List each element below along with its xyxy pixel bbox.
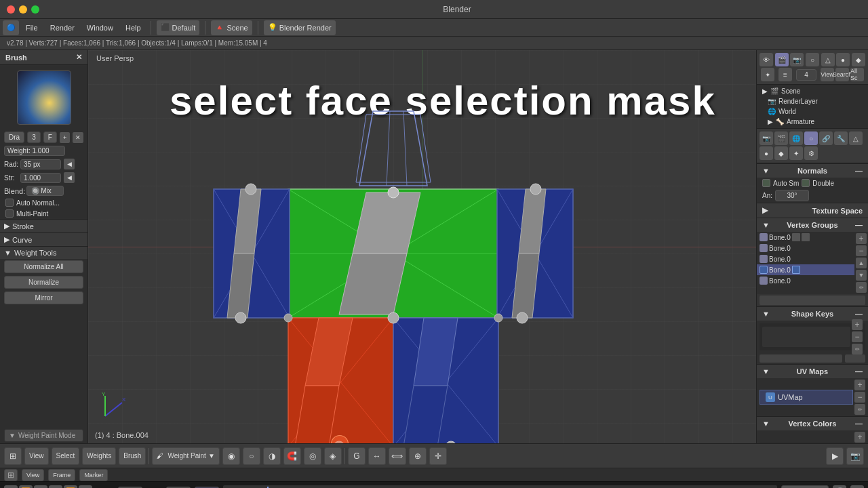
mesh-icon-btn[interactable]: △ [821,53,835,66]
vertex-group-add-btn[interactable]: + [856,233,867,244]
filter-num-field[interactable]: 4 [796,69,816,81]
uv-add-btn[interactable]: + [854,380,865,390]
add-brush-btn[interactable]: + [60,132,71,143]
props-physics-btn[interactable]: ⚙ [804,146,818,160]
onion-skin-btn[interactable]: ◈ [324,447,342,465]
pivot-btn[interactable]: ⊕ [409,447,427,465]
normalize-btn[interactable]: Normalize [4,276,83,289]
allsc-btn[interactable]: All Sc [850,68,864,81]
weight-tools-section[interactable]: ▼ Weight Tools [0,246,87,259]
viewport[interactable]: User Persp select face selection mask [88,50,756,443]
radius-field[interactable]: 35 px [20,159,61,169]
uv-extra-btn[interactable]: ✏ [854,404,865,415]
view-icon-btn[interactable]: 👁 [760,53,773,66]
multi-paint-checkbox[interactable] [5,209,14,218]
transform-btn[interactable]: ↔ [368,447,386,465]
toolbar-select-btn[interactable]: Select [52,447,80,465]
tree-item-renderlayer[interactable]: 📷 RenderLayer [757,96,868,106]
layout-mode-dropdown[interactable]: ⬛ Default [157,20,200,35]
renderer-dropdown[interactable]: 💡 Blender Render [264,20,336,35]
shape-key-add-btn[interactable]: + [852,319,863,330]
bone-item-2[interactable]: Bone.0 [757,253,854,264]
angle-field[interactable]: 30° [775,190,809,201]
shape-keys-list[interactable] [762,327,850,347]
shape-keys-header[interactable]: ▼ Shape Keys — [757,307,868,321]
jump-end-btn[interactable]: ⏭ [79,485,92,489]
remove-brush-btn[interactable]: ✕ [73,132,83,143]
toolbar-mode-dropdown[interactable]: 🖌 Weight Paint ▼ [152,447,219,465]
scene-icon-btn[interactable]: 🎬 [775,53,789,66]
bone-vis-0[interactable] [792,233,800,241]
props-scene-btn[interactable]: 🎬 [774,131,788,145]
maximize-button[interactable] [31,5,39,14]
global-space-btn[interactable]: G [348,447,366,465]
audio-btn[interactable]: 🔊 [833,485,846,489]
blend-dropdown[interactable]: 🔘 Mix [26,186,64,196]
props-data-btn[interactable]: △ [849,131,863,145]
auto-smooth-checkbox[interactable] [762,179,770,187]
stroke-section[interactable]: ▶ Stroke [0,219,87,232]
strength-field[interactable]: 1.000 [20,173,61,183]
mirror-btn2[interactable]: ⟺ [389,447,406,465]
filter-icon-btn[interactable]: ≡ [778,68,792,81]
draw-mode-btn[interactable]: Dra [4,131,24,143]
bone-item-1[interactable]: Bone.0 [757,243,854,253]
record-btn[interactable]: ⏺ [850,485,864,489]
texture-space-header[interactable]: ▶ Texture Space [757,203,868,218]
props-object-btn[interactable]: ○ [804,131,818,145]
timeline-view-btn[interactable]: View [22,469,44,481]
close-button[interactable] [7,5,15,14]
toolbar-brush-btn[interactable]: Brush [119,447,146,465]
toolbar-view-btn[interactable]: View [24,447,49,465]
blender-icon-btn[interactable]: 🔵 [3,20,19,35]
strength-expand-btn[interactable]: ◀ [64,172,75,183]
render-icon-btn[interactable]: 📷 [790,53,804,66]
timeline-scrubber[interactable]: -50 -25 0 25 50 75 100 125 150 175 200 2… [223,485,777,489]
tree-item-world[interactable]: 🌐 World [757,106,868,117]
props-constraints-btn[interactable]: 🔗 [819,131,833,145]
curve-section[interactable]: ▶ Curve [0,232,87,246]
scene-dropdown[interactable]: 🔺 Scene [211,20,252,35]
render-btn[interactable]: 📷 [846,447,864,465]
f-btn[interactable]: F [43,131,57,143]
brush-mode-wire-btn[interactable]: ○ [243,447,260,465]
search-btn[interactable]: Search [835,68,849,81]
minimize-button[interactable] [19,5,27,14]
shape-key-extra-btn[interactable]: ✏ [852,344,863,354]
vertex-group-extra-btn[interactable]: ✏ [856,282,867,293]
tree-item-armature[interactable]: ▶ 🦴 Armature [757,117,868,127]
mode-btn[interactable]: ▼ Weight Paint Mode [4,429,83,442]
vc-add-btn[interactable]: + [854,432,865,443]
render-preview-btn[interactable]: ▶ [826,447,844,465]
brush-mode-solid-btn[interactable]: ◉ [222,447,240,465]
obj-icon-btn[interactable]: ○ [806,53,819,66]
xray-toggle-btn[interactable]: ◑ [263,447,281,465]
menu-window[interactable]: Window [81,22,119,33]
snap-btn[interactable]: 🧲 [283,447,301,465]
timeline-frame-btn[interactable]: Frame [48,469,75,481]
material-icon-btn[interactable]: ● [836,53,850,66]
next-frame-btn[interactable]: ⏩ [64,485,77,489]
radius-expand-btn[interactable]: ◀ [64,159,75,169]
bone-item-0[interactable]: Bone.0 [757,232,854,243]
proportional-edit-btn[interactable]: ◎ [304,447,321,465]
double-sided-checkbox[interactable] [802,179,810,187]
weight-field[interactable]: Weight: 1.000 [4,146,65,156]
shape-key-slider[interactable] [760,354,842,363]
vertex-group-scrollbar[interactable] [760,296,865,305]
menu-help[interactable]: Help [120,22,146,33]
shape-key-remove-btn[interactable]: − [852,331,863,342]
particle-icon-btn[interactable]: ✦ [761,68,774,81]
prev-frame-btn[interactable]: ⏪ [19,485,33,489]
auto-normal-checkbox[interactable] [5,199,14,207]
vertex-colors-header[interactable]: ▼ Vertex Colors — [757,417,868,430]
bone-lock-0[interactable] [802,233,810,241]
tree-item-scene[interactable]: ▶ 🎬 Scene [757,86,868,96]
props-texture-btn[interactable]: ◆ [774,146,788,160]
bone-item-3[interactable]: Bone.0 [757,264,854,275]
timeline-marker-btn[interactable]: Marker [79,469,108,481]
play-btn[interactable]: ▶ [49,485,62,489]
vertex-groups-header[interactable]: ▼ Vertex Groups — [757,218,868,232]
shape-key-value[interactable] [845,354,865,363]
mirror-btn[interactable]: Mirror [4,291,83,304]
